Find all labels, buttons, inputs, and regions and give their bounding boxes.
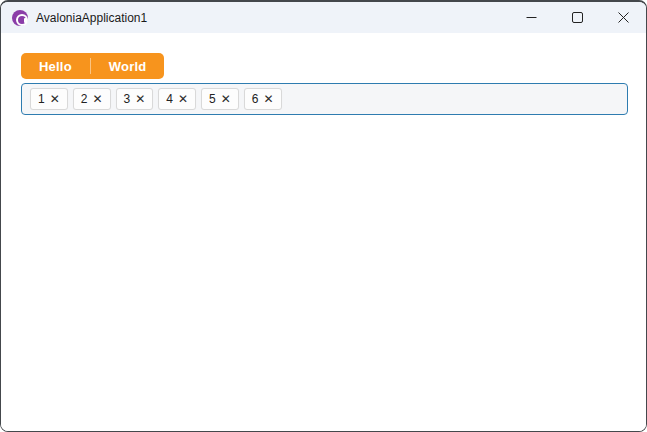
chip-remove-icon[interactable]: ✕ (221, 93, 231, 105)
chip-remove-icon[interactable]: ✕ (135, 93, 145, 105)
chip-1[interactable]: 1 ✕ (30, 88, 68, 110)
window-title: AvaloniaApplication1 (36, 11, 147, 25)
maximize-icon (572, 12, 583, 23)
chip-label: 4 (166, 92, 173, 106)
window-content: Hello World 1 ✕ 2 ✕ 3 ✕ 4 ✕ 5 ✕ (1, 33, 646, 432)
minimize-button[interactable] (508, 2, 554, 33)
close-button[interactable] (600, 2, 646, 33)
chip-4[interactable]: 4 ✕ (158, 88, 196, 110)
chip-remove-icon[interactable]: ✕ (263, 93, 273, 105)
chip-label: 6 (252, 92, 259, 106)
chip-2[interactable]: 2 ✕ (73, 88, 111, 110)
chip-label: 5 (209, 92, 216, 106)
chip-5[interactable]: 5 ✕ (201, 88, 239, 110)
chip-remove-icon[interactable]: ✕ (92, 93, 102, 105)
minimize-icon (526, 12, 537, 23)
chip-label: 2 (81, 92, 88, 106)
chip-6[interactable]: 6 ✕ (244, 88, 282, 110)
chip-label: 3 (124, 92, 131, 106)
chips-input-box[interactable]: 1 ✕ 2 ✕ 3 ✕ 4 ✕ 5 ✕ 6 ✕ (21, 83, 628, 115)
close-icon (618, 12, 629, 23)
chip-remove-icon[interactable]: ✕ (178, 93, 188, 105)
chip-3[interactable]: 3 ✕ (116, 88, 154, 110)
app-window: AvaloniaApplication1 Hello World 1 ✕ (0, 0, 647, 432)
chip-label: 1 (38, 92, 45, 106)
chip-remove-icon[interactable]: ✕ (50, 93, 60, 105)
tab-hello[interactable]: Hello (21, 53, 90, 79)
tab-world[interactable]: World (91, 53, 165, 79)
tabstrip: Hello World (21, 53, 164, 79)
maximize-button[interactable] (554, 2, 600, 33)
window-controls (508, 2, 646, 33)
avalonia-logo-icon (12, 10, 28, 26)
titlebar: AvaloniaApplication1 (1, 2, 646, 33)
